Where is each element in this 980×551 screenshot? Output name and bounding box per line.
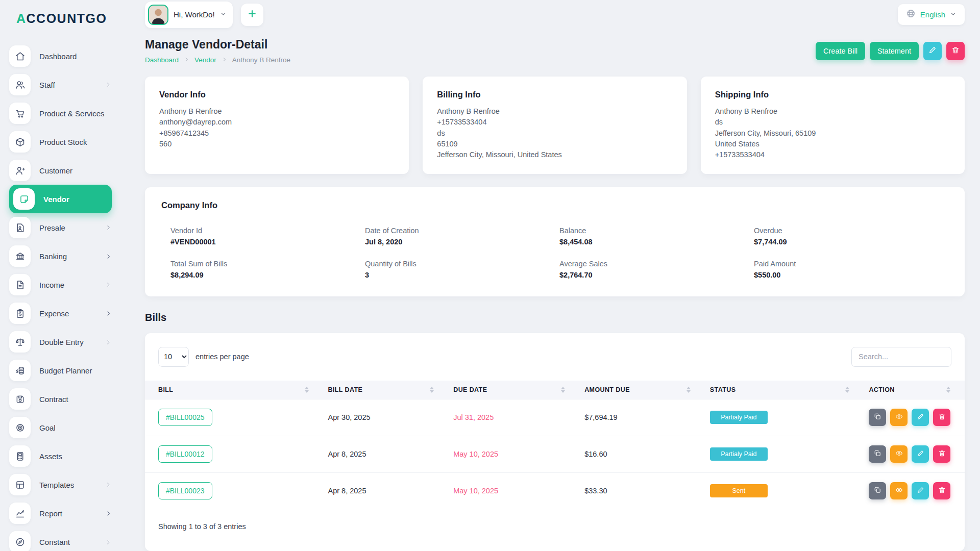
language-selector[interactable]: English: [898, 4, 965, 25]
duplicate-bill-button[interactable]: [869, 445, 886, 463]
chevron-right-icon: [105, 310, 112, 317]
sidebar-item-goal[interactable]: Goal: [9, 413, 119, 442]
breadcrumb: DashboardVendorAnthony B Renfroe: [145, 56, 290, 64]
view-bill-button[interactable]: [890, 409, 908, 426]
breadcrumb-item[interactable]: Dashboard: [145, 56, 179, 64]
edit-bill-button[interactable]: [912, 409, 929, 426]
sidebar-item-constant[interactable]: Constant: [9, 528, 119, 551]
sidebar-item-income[interactable]: Income: [9, 270, 119, 299]
sort-icon: [687, 387, 691, 393]
trash-icon: [938, 486, 946, 495]
sidebar-item-dashboard[interactable]: Dashboard: [9, 42, 119, 70]
sidebar: ACCOUNTGO DashboardStaffProduct & Servic…: [0, 0, 119, 551]
create-bill-button[interactable]: Create Bill: [816, 42, 865, 60]
bank-icon: [9, 245, 31, 267]
sidebar-item-label: Staff: [39, 81, 55, 89]
duplicate-bill-button[interactable]: [869, 409, 886, 426]
bill-number-link[interactable]: #BILL00023: [158, 482, 212, 499]
floppy-icon: [9, 388, 31, 410]
field-value: $8,294.09: [170, 271, 365, 279]
delete-bill-button[interactable]: [933, 445, 950, 463]
sidebar-item-label: Customer: [39, 166, 72, 175]
pencil-icon: [928, 46, 937, 56]
sort-icon: [946, 387, 950, 393]
field-label: Vendor Id: [170, 227, 365, 235]
sidebar-item-staff[interactable]: Staff: [9, 70, 119, 99]
entries-per-page-select[interactable]: 10: [158, 347, 189, 367]
copy-icon: [874, 449, 881, 459]
field-value: $7,744.09: [754, 238, 948, 246]
search-input[interactable]: [851, 347, 951, 367]
brand-name: ACCOUNTGO: [16, 11, 107, 26]
column-header-bill-date[interactable]: BILL DATE: [323, 381, 449, 399]
user-plus-icon: [9, 160, 31, 181]
company-info-title: Company Info: [161, 201, 948, 210]
sidebar-item-customer[interactable]: Customer: [9, 156, 119, 185]
view-bill-button[interactable]: [890, 482, 908, 499]
breadcrumb-item[interactable]: Vendor: [194, 56, 216, 64]
info-line: anthony@dayrep.com: [159, 117, 395, 128]
sidebar-item-product-stock[interactable]: Product Stock: [9, 128, 119, 156]
column-label: STATUS: [710, 386, 736, 393]
column-header-amount-due[interactable]: AMOUNT DUE: [579, 381, 705, 399]
row-actions: [869, 445, 960, 463]
sidebar-item-presale[interactable]: Presale: [9, 213, 119, 242]
edit-bill-button[interactable]: [912, 482, 929, 499]
column-header-due-date[interactable]: DUE DATE: [448, 381, 579, 399]
column-header-bill[interactable]: BILL: [145, 381, 323, 399]
edit-bill-button[interactable]: [912, 445, 929, 463]
info-line: Jefferson City, Missouri, United States: [437, 149, 672, 160]
sidebar-item-banking[interactable]: Banking: [9, 242, 119, 270]
delete-bill-button[interactable]: [933, 409, 950, 426]
sidebar-item-expense[interactable]: Expense: [9, 299, 119, 328]
sidebar-item-vendor[interactable]: Vendor: [9, 185, 112, 213]
brand-rest: CCOUNTGO: [27, 11, 107, 26]
column-label: AMOUNT DUE: [584, 386, 630, 393]
pencil-icon: [917, 413, 924, 422]
card-title: Vendor Info: [159, 90, 395, 99]
company-field-date-of-creation: Date of Creation Jul 8, 2020: [365, 227, 559, 246]
sidebar-item-templates[interactable]: Templates: [9, 470, 119, 499]
chevron-right-icon: [105, 339, 112, 345]
column-header-action[interactable]: ACTION: [864, 381, 965, 399]
company-field-quantity-of-bills: Quantity of Bills 3: [365, 260, 559, 279]
sidebar-item-label: Constant: [39, 538, 70, 546]
row-actions: [869, 482, 960, 499]
delete-vendor-button[interactable]: [946, 42, 965, 60]
sidebar-item-double-entry[interactable]: Double Entry: [9, 328, 119, 356]
bill-date-cell: Apr 8, 2025: [323, 472, 449, 509]
sidebar-item-label: Double Entry: [39, 338, 84, 346]
due-date-cell: May 10, 2025: [448, 436, 579, 472]
sort-icon: [845, 387, 849, 393]
sidebar-item-budget-planner[interactable]: Budget Planner: [9, 356, 119, 385]
sidebar-item-product-services[interactable]: Product & Services: [9, 99, 119, 128]
avatar: [148, 5, 168, 25]
info-line: +15733533404: [437, 117, 672, 128]
sidebar-item-report[interactable]: Report: [9, 499, 119, 528]
add-button[interactable]: [241, 4, 263, 26]
chevron-right-icon: [105, 539, 112, 545]
statement-button[interactable]: Statement: [870, 42, 919, 60]
bill-number-link[interactable]: #BILL00012: [158, 445, 212, 463]
sidebar-item-label: Income: [39, 281, 64, 289]
duplicate-bill-button[interactable]: [869, 482, 886, 499]
sidebar-item-label: Assets: [39, 452, 62, 461]
bill-number-link[interactable]: #BILL00025: [158, 409, 212, 426]
info-line: Anthony B Renfroe: [437, 106, 672, 117]
edit-vendor-button[interactable]: [923, 42, 942, 60]
topbar: Hi, WorkDo! English: [119, 0, 980, 30]
column-header-status[interactable]: STATUS: [705, 381, 864, 399]
field-label: Date of Creation: [365, 227, 559, 235]
info-line: Anthony B Renfroe: [715, 106, 950, 117]
view-bill-button[interactable]: [890, 445, 908, 463]
sidebar-item-contract[interactable]: Contract: [9, 385, 119, 413]
copy-icon: [874, 486, 881, 495]
field-label: Total Sum of Bills: [170, 260, 365, 268]
bill-date-cell: Apr 30, 2025: [323, 399, 449, 436]
delete-bill-button[interactable]: [933, 482, 950, 499]
breadcrumb-item: Anthony B Renfroe: [232, 56, 290, 64]
sidebar-item-assets[interactable]: Assets: [9, 442, 119, 470]
user-menu[interactable]: Hi, WorkDo!: [145, 2, 233, 28]
home-icon: [9, 45, 31, 67]
sort-icon: [561, 387, 565, 393]
